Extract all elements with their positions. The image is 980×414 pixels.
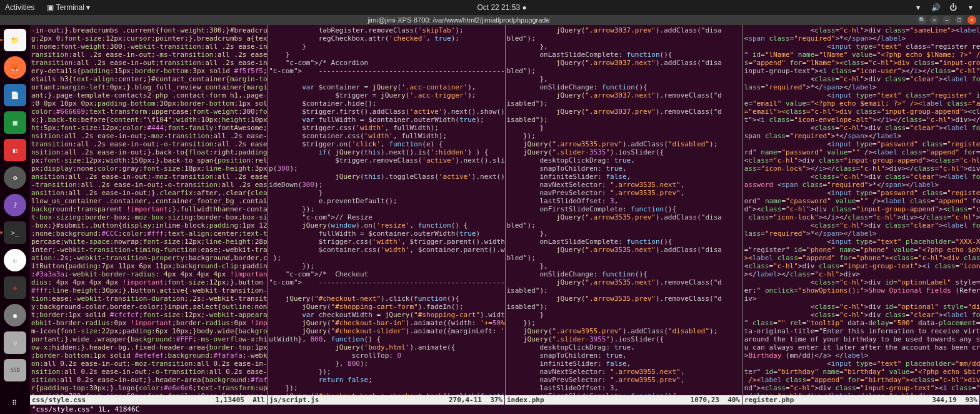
activities-button[interactable]: Activities	[5, 3, 34, 12]
vim-pane-register-php[interactable]: <class="c-hl">div class="sameLine"><labe…	[743, 25, 980, 395]
status-file-1: css/style.css	[32, 396, 216, 404]
ssd-icon: SSD	[11, 368, 19, 373]
window-titlebar: jimi@jimi-XPS-8700: /var/www/html2/jimia…	[0, 15, 980, 25]
terminal-icon: >_	[11, 229, 19, 237]
status-pane-1: css/style.css 1,13405 All	[30, 395, 268, 405]
status-file-3: index.php	[507, 396, 691, 404]
dock-ssd[interactable]: SSD	[4, 359, 26, 381]
status-file-4: register.php	[744, 396, 932, 404]
status-pane-3: index.php 1070,23 40%	[505, 395, 742, 405]
window-maximize-button[interactable]: □	[955, 16, 964, 24]
dock-chrome[interactable]: ◐	[4, 249, 26, 271]
usb-icon: ψ	[13, 339, 18, 347]
dock-help[interactable]: ?	[4, 194, 26, 216]
gear-icon: ⚙	[13, 174, 18, 182]
status-pct-3: 40%	[728, 396, 740, 404]
status-pos-3: 1070,23	[691, 396, 719, 404]
help-icon: ?	[13, 201, 18, 210]
system-menu-chevron-icon[interactable]: ▾	[966, 3, 975, 12]
status-pane-2: js/script.js 270,4-11 37%	[268, 395, 505, 405]
ubuntu-dock: 📁 🦊 📄 ▦ ◧ ⚙ ? >_ ◐ ◆ ◉ ψ SSD ⠿	[0, 25, 30, 414]
dock-usb[interactable]: ψ	[4, 331, 26, 354]
document-icon: 📄	[11, 91, 19, 99]
app-menu[interactable]: ▣ Terminal ▾	[47, 3, 90, 12]
app2-icon: ◆	[13, 284, 18, 292]
app-menu-label: Terminal	[56, 3, 84, 12]
status-pos-2: 270,4-11	[449, 396, 482, 404]
dock-app-red[interactable]: ◧	[4, 139, 26, 161]
status-pane-4: register.php 344,19 93%	[742, 395, 980, 405]
status-pos-4: 344,19	[932, 396, 957, 404]
dock-firefox[interactable]: 🦊	[4, 56, 26, 79]
vim-pane-js[interactable]: tabRegister.removeClass('skipTab'); regC…	[268, 25, 505, 395]
network-icon[interactable]: ▾	[914, 3, 922, 12]
chrome-icon: ◐	[13, 256, 18, 265]
status-pct-2: 37%	[490, 396, 502, 404]
disc-icon: ◉	[13, 311, 18, 320]
dock-disc[interactable]: ◉	[4, 304, 26, 326]
clock[interactable]: Oct 22 21:53 ●	[477, 3, 526, 12]
vim-command-line[interactable]: "css/style.css" 1L, 41846C	[30, 405, 980, 414]
volume-icon[interactable]: 🔊	[931, 3, 940, 12]
status-pct-1: All	[252, 396, 265, 404]
vim-pane-index-php[interactable]: jQuery(".arrow3037.prev").addClass("disa…	[506, 25, 743, 395]
firefox-icon: 🦊	[11, 64, 19, 72]
spreadsheet-icon: ▦	[13, 119, 18, 127]
dock-writer[interactable]: 📄	[4, 84, 26, 106]
power-icon[interactable]: ⏻	[949, 3, 958, 12]
dock-app2[interactable]: ◆	[4, 276, 26, 299]
status-pos-1: 1,13405	[216, 396, 244, 404]
grid-icon: ⠿	[12, 399, 18, 407]
window-close-button[interactable]: ×	[968, 16, 976, 24]
gnome-top-bar: Activities ▣ Terminal ▾ Oct 22 21:53 ● ▾…	[0, 0, 980, 15]
app-icon: ◧	[13, 146, 18, 154]
window-minimize-button[interactable]: –	[942, 16, 951, 24]
dock-files[interactable]: 📁	[4, 29, 26, 51]
terminal-window: -in-out;}.breadcrumbs .current{font-weig…	[30, 25, 980, 414]
terminal-icon: ▣	[47, 3, 54, 12]
status-file-2: js/script.js	[269, 396, 449, 404]
files-icon: 📁	[11, 36, 19, 44]
dock-show-apps[interactable]: ⠿	[4, 391, 26, 414]
dock-calc[interactable]: ▦	[4, 111, 26, 134]
dock-settings[interactable]: ⚙	[4, 166, 26, 189]
vim-split-panes: -in-out;}.breadcrumbs .current{font-weig…	[30, 25, 980, 395]
vim-pane-css[interactable]: -in-out;}.breadcrumbs .current{font-weig…	[30, 25, 268, 395]
vim-status-bar: css/style.css 1,13405 All js/script.js 2…	[30, 395, 980, 405]
titlebar-search-icon[interactable]: 🔍	[918, 16, 926, 24]
titlebar-menu-icon[interactable]: ≡	[930, 16, 939, 24]
dock-terminal[interactable]: >_	[4, 221, 26, 244]
window-title: jimi@jimi-XPS-8700: /var/www/html2/jimia…	[0, 16, 918, 24]
status-pct-4: 93%	[965, 396, 978, 404]
